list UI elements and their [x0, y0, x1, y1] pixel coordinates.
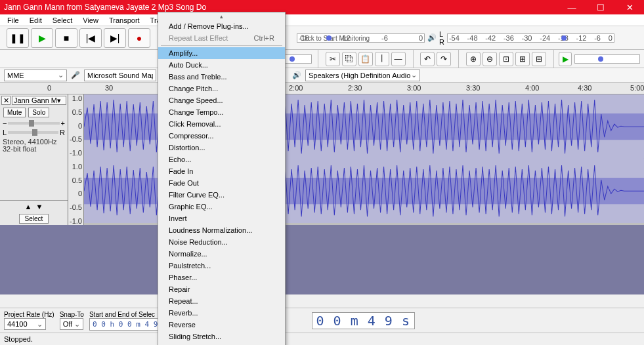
zoom-fit-button[interactable]: ⊞ [515, 52, 530, 66]
menu-item-noise-reduction[interactable]: Noise Reduction... [158, 236, 285, 248]
menu-item-normalize[interactable]: Normalize... [158, 248, 285, 260]
menu-item-compressor[interactable]: Compressor... [158, 130, 285, 142]
track-control-panel: ✕ Jann Gann M▾ Mute Solo −+ LR Stereo, 4… [0, 94, 68, 225]
speaker-icon: 🔊 [427, 33, 437, 42]
toolbar-2: 🎤 ✂ ⿻ 📋 ⼁ — ↶ ↷ ⊕ ⊖ ⊡ ⊞ ⊟ ▶ [0, 50, 644, 68]
track-name[interactable]: Jann Gann M▾ [12, 96, 66, 105]
status-text: Stopped. [4, 335, 33, 343]
close-button[interactable]: ✕ [615, 0, 644, 14]
menu-item-repeat-last-effect: Repeat Last EffectCtrl+R [158, 32, 285, 44]
track-area: ✕ Jann Gann M▾ Mute Solo −+ LR Stereo, 4… [0, 94, 644, 225]
empty-track-area[interactable] [0, 225, 644, 294]
record-meter[interactable]: Click to Start Monitoring -18-12-60 [297, 33, 425, 43]
track-info: Stereo, 44100Hz32-bit float [0, 137, 68, 154]
menu-item-reverb[interactable]: Reverb... [158, 307, 285, 319]
pause-button[interactable]: ❚❚ [7, 28, 29, 48]
y-scale: 1.00.50-0.5-1.0 1.00.50-0.5-1.0 [68, 94, 84, 225]
menu-item-phaser[interactable]: Phaser... [158, 272, 285, 283]
menu-item-paulstretch[interactable]: Paulstretch... [158, 260, 285, 272]
menu-item-graphic-eq[interactable]: Graphic EQ... [158, 201, 285, 213]
menu-item-distortion[interactable]: Distortion... [158, 142, 285, 153]
paste-button[interactable]: 📋 [358, 52, 373, 66]
menu-item-change-speed[interactable]: Change Speed... [158, 94, 285, 106]
mic-icon: 🎤 [71, 71, 80, 79]
redo-button[interactable]: ↷ [437, 52, 451, 66]
effect-menu-dropdown: ▴ Add / Remove Plug-ins...Repeat Last Ef… [158, 12, 286, 345]
menu-item-add-remove-plug-ins[interactable]: Add / Remove Plug-ins... [158, 20, 285, 32]
mute-button[interactable]: Mute [3, 108, 26, 117]
menu-item-echo[interactable]: Echo... [158, 153, 285, 165]
menu-file[interactable]: File [3, 15, 24, 26]
menu-item-repair[interactable]: Repair [158, 283, 285, 295]
zoom-in-button[interactable]: ⊕ [466, 52, 481, 66]
menu-item-change-tempo[interactable]: Change Tempo... [158, 106, 285, 118]
menu-item-change-pitch[interactable]: Change Pitch... [158, 83, 285, 94]
menu-item-fade-in[interactable]: Fade In [158, 165, 285, 177]
zoom-toggle-button[interactable]: ⊟ [532, 52, 546, 66]
collapse-up-button[interactable]: ▲ [25, 203, 32, 211]
track-close-button[interactable]: ✕ [1, 96, 11, 105]
track-select-button[interactable]: Select [19, 214, 49, 224]
time-display[interactable]: 0 0 m 4 9 s [312, 312, 415, 329]
menu-item-sliding-stretch[interactable]: Sliding Stretch... [158, 331, 285, 342]
play-button[interactable]: ▶ [31, 28, 53, 48]
menu-item-bass-and-treble[interactable]: Bass and Treble... [158, 71, 285, 83]
host-combo[interactable]: MME⌄ [4, 70, 67, 81]
gain-slider[interactable] [8, 122, 59, 125]
undo-button[interactable]: ↶ [420, 52, 435, 66]
zoom-out-button[interactable]: ⊖ [483, 52, 497, 66]
window-title: Jann Gann Mann from Satyameva Jayate 2 M… [4, 3, 206, 12]
menu-view[interactable]: View [78, 15, 103, 26]
play-at-speed-button[interactable]: ▶ [559, 52, 572, 66]
play-device-combo[interactable]: Speakers (High Definition Audio⌄ [305, 70, 420, 81]
menu-item-loudness-normalization[interactable]: Loudness Normalization... [158, 224, 285, 236]
project-rate-label: Project Rate (Hz) [4, 311, 54, 318]
copy-button[interactable]: ⿻ [342, 52, 356, 66]
project-rate-combo[interactable]: 44100⌄ [4, 318, 46, 330]
menu-item-repeat[interactable]: Repeat... [158, 295, 285, 307]
menu-item-truncate-silence[interactable]: Truncate Silence... [158, 342, 285, 345]
cut-button[interactable]: ✂ [326, 52, 340, 66]
device-row: MME⌄ 🎤 Microsoft Sound Mapper - In 🔊 Spe… [0, 68, 644, 83]
rec-device-combo[interactable]: Microsoft Sound Mapper - In [84, 70, 156, 81]
speaker-icon: 🔊 [292, 71, 301, 79]
scroll-up-arrow[interactable]: ▴ [158, 12, 285, 20]
menu-edit[interactable]: Edit [25, 15, 47, 26]
minimize-button[interactable]: — [557, 0, 586, 14]
menu-item-amplify[interactable]: Amplify... [158, 47, 285, 59]
title-bar: Jann Gann Mann from Satyameva Jayate 2 M… [0, 0, 644, 14]
snap-combo[interactable]: Off⌄ [60, 318, 83, 330]
timeline-ruler[interactable]: 0 30 2:00 2:30 3:00 3:30 4:00 4:30 5:00 [0, 83, 644, 94]
skip-start-button[interactable]: |◀ [79, 28, 102, 48]
menu-item-fade-out[interactable]: Fade Out [158, 177, 285, 189]
stop-button[interactable]: ■ [55, 28, 77, 48]
menu-item-click-removal[interactable]: Click Removal... [158, 118, 285, 130]
record-button[interactable]: ● [128, 28, 150, 48]
menu-item-auto-duck[interactable]: Auto Duck... [158, 59, 285, 71]
menu-select[interactable]: Select [48, 15, 77, 26]
trim-button[interactable]: ⼁ [375, 52, 389, 66]
pan-slider[interactable] [8, 131, 58, 134]
silence-button[interactable]: — [391, 52, 406, 66]
zoom-sel-button[interactable]: ⊡ [499, 52, 513, 66]
solo-button[interactable]: Solo [28, 108, 49, 117]
speed-slider[interactable] [574, 54, 640, 64]
maximize-button[interactable]: ☐ [586, 0, 615, 14]
snap-label: Snap-To [60, 311, 84, 318]
menu-item-invert[interactable]: Invert [158, 213, 285, 224]
status-bar: Project Rate (Hz) 44100⌄ Snap-To Off⌄ St… [0, 308, 644, 345]
menu-bar: File Edit Select View Transport Tracks G… [0, 14, 644, 26]
menu-transport[interactable]: Transport [104, 15, 144, 26]
toolbar: ❚❚ ▶ ■ |◀ ▶| ● Click to Start Monitoring… [0, 26, 644, 50]
skip-end-button[interactable]: ▶| [104, 28, 126, 48]
collapse-down-button[interactable]: ▼ [36, 203, 43, 211]
menu-item-filter-curve-eq[interactable]: Filter Curve EQ... [158, 189, 285, 201]
menu-item-reverse[interactable]: Reverse [158, 319, 285, 331]
play-meter[interactable]: 🔊 LR -54-48-42-36-30-24-18-12-60 [427, 30, 614, 46]
